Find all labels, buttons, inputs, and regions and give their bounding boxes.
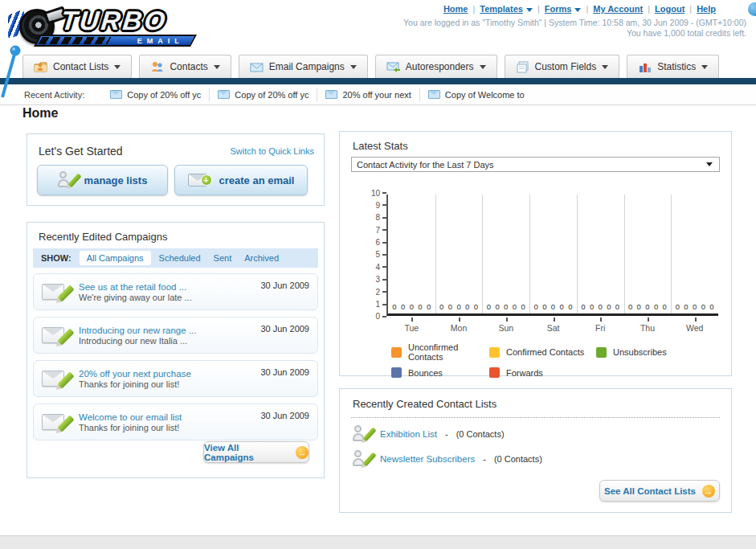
campaign-title-link[interactable]: Welcome to our email list (79, 412, 182, 422)
footer-strip (0, 535, 756, 549)
bar-value-label: 0 (590, 302, 594, 311)
chevron-down-icon (480, 65, 486, 69)
legend-swatch-icon (489, 347, 500, 358)
campaigns-title: Recently Edited Campaigns (39, 231, 167, 243)
legend-item: Unconfirmed Contacts (391, 342, 489, 362)
campaign-list: See us at the retail food ...We're givin… (33, 273, 318, 440)
switch-quick-links-link[interactable]: Switch to Quick Links (230, 146, 314, 156)
filter-all-campaigns[interactable]: All Campaigns (80, 251, 151, 265)
tab-label: Contacts (170, 61, 207, 72)
person-pencil-icon (353, 450, 372, 468)
x-tick-label: Fri (577, 319, 624, 333)
contact-list-item[interactable]: Newsletter Subscribers - (0 Contacts) (353, 450, 542, 468)
campaign-date: 30 Jun 2009 (260, 408, 309, 420)
help-link[interactable]: Help (697, 4, 716, 14)
navy-divider-bar (0, 78, 756, 84)
arrow-right-icon: → (296, 446, 309, 459)
bar-value-label: 0 (637, 302, 641, 311)
create-email-label: create an email (219, 174, 295, 186)
contact-list-sep: - (483, 454, 486, 464)
legend-swatch-icon (596, 347, 607, 358)
bar-value-label: 0 (465, 302, 469, 311)
turbo-email-app: TURBO EMAIL Home|Templates|Forms|My Acco… (0, 0, 756, 549)
recent-activity-bar: Recent Activity: Copy of 20% off yc Copy… (0, 84, 756, 105)
see-all-contact-lists-button[interactable]: See All Contact Lists → (599, 480, 720, 502)
recent-activity-item[interactable]: Copy of 20% off yc (210, 88, 317, 101)
tab-email-campaigns[interactable]: Email Campaigns (239, 55, 368, 78)
view-all-campaigns-button[interactable]: View All Campaigns → (203, 441, 309, 463)
chevron-down-icon (602, 65, 608, 69)
tab-label: Statistics (657, 61, 696, 72)
bar-value-label: 0 (709, 302, 713, 311)
show-label: SHOW: (41, 253, 72, 263)
x-tick-label: Tue (388, 319, 435, 333)
get-started-title: Let's Get Started (39, 145, 123, 158)
gridline (529, 195, 530, 313)
tab-contacts[interactable]: Contacts (139, 55, 231, 78)
campaign-title-link[interactable]: Introducing our new range ... (79, 326, 196, 335)
bar-value-label: 0 (663, 302, 667, 311)
contact-list-count: (0 Contacts) (456, 429, 505, 439)
filter-archived[interactable]: Archived (244, 253, 279, 263)
recent-activity-item[interactable]: 20% off your next (317, 88, 419, 101)
campaign-card[interactable]: 20% off your next purchaseThanks for joi… (33, 360, 318, 397)
manage-lists-button[interactable]: manage lists (37, 165, 168, 195)
tab-contact-lists[interactable]: Contact Lists (22, 55, 132, 78)
bar-value-label: 0 (542, 302, 546, 311)
campaign-card[interactable]: See us at the retail food ...We're givin… (33, 273, 318, 310)
campaign-date: 30 Jun 2009 (260, 277, 309, 290)
forms-link[interactable]: Forms (545, 4, 572, 14)
campaign-card[interactable]: Welcome to our email listThanks for join… (33, 404, 318, 440)
envelope-icon (218, 90, 230, 99)
contact-list-count: (0 Contacts) (494, 454, 542, 464)
filter-sent[interactable]: Sent (214, 253, 232, 263)
contact-list-name-link[interactable]: Newsletter Subscribers (380, 454, 475, 464)
campaign-filter-bar: SHOW: All Campaigns Scheduled Sent Archi… (33, 248, 318, 268)
chevron-down-icon (574, 8, 581, 12)
campaign-title-link[interactable]: See us at the retail food ... (79, 282, 192, 292)
recent-activity-item[interactable]: Copy of 20% off yc (102, 88, 210, 101)
bar-value-group: 00000 (671, 302, 718, 311)
tab-custom-fields[interactable]: Custom Fields (505, 55, 620, 78)
logo-subtitle: EMAIL (137, 37, 184, 45)
contact-list-item[interactable]: Exhibition List - (0 Contacts) (353, 425, 505, 443)
tab-autoresponders[interactable]: Autoresponders (375, 55, 497, 78)
filter-scheduled[interactable]: Scheduled (159, 253, 201, 263)
logout-link[interactable]: Logout (655, 4, 684, 14)
x-tick-label: Thu (624, 319, 672, 333)
bar-value-label: 0 (654, 302, 658, 311)
stats-period-dropdown[interactable]: Contact Activity for the Last 7 Days (351, 157, 720, 172)
envelope-plus-icon: + (188, 172, 212, 188)
contact-lists-title: Recently Created Contact Lists (353, 398, 497, 410)
speedometer-needle-decoration (0, 44, 27, 102)
campaign-title-link[interactable]: 20% off your next purchase (79, 369, 191, 379)
bar-value-label: 0 (495, 302, 499, 311)
contact-activity-chart: 109876543210 000000000000000000000000000… (369, 193, 718, 333)
recently-edited-campaigns-panel: Recently Edited Campaigns SHOW: All Camp… (27, 222, 325, 478)
person-pencil-icon (353, 425, 372, 443)
envelope-arrow-icon (386, 61, 400, 73)
gridline (435, 195, 436, 313)
campaign-date: 30 Jun 2009 (260, 321, 309, 334)
campaign-subtitle: Thanks for joining our list! (79, 423, 182, 432)
home-link[interactable]: Home (443, 4, 468, 14)
bar-value-label: 0 (684, 302, 688, 311)
my-account-link[interactable]: My Account (593, 4, 643, 14)
bar-value-label: 0 (599, 302, 603, 311)
tab-statistics[interactable]: Statistics (627, 55, 719, 78)
bar-value-label: 0 (568, 302, 572, 311)
legend-swatch-icon (391, 367, 402, 378)
bar-value-label: 0 (448, 302, 452, 311)
recently-created-contact-lists-panel: Recently Created Contact Lists Exhibitio… (339, 388, 732, 513)
manage-lists-label: manage lists (84, 174, 148, 186)
credits-info: You have 1,000 total credits left. (627, 28, 746, 38)
create-email-button[interactable]: + create an email (174, 165, 308, 195)
envelope-icon (428, 90, 440, 99)
legend-label: Unconfirmed Contacts (408, 342, 489, 362)
legend-swatch-icon (489, 367, 500, 378)
bar-value-label: 0 (487, 302, 491, 311)
recent-activity-item[interactable]: Copy of Welcome to (420, 88, 533, 101)
templates-link[interactable]: Templates (480, 4, 523, 14)
campaign-card[interactable]: Introducing our new range ...Introducing… (33, 317, 318, 354)
contact-list-name-link[interactable]: Exhibition List (380, 429, 437, 439)
